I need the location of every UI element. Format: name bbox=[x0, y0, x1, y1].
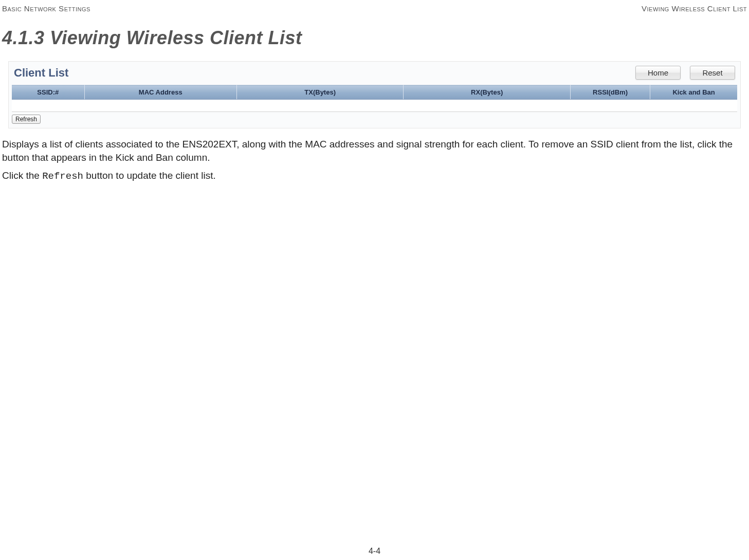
client-table-wrap: SSID:# MAC Address TX(Bytes) RX(Bytes) R… bbox=[12, 85, 737, 112]
col-header-rssi: RSSI(dBm) bbox=[570, 85, 650, 100]
panel-header: Client List Home Reset bbox=[12, 65, 737, 85]
p2-refresh-literal: Refresh bbox=[42, 171, 83, 182]
paragraph-2: Click the Refresh button to update the c… bbox=[2, 169, 747, 183]
col-header-mac: MAC Address bbox=[84, 85, 236, 100]
col-header-tx: TX(Bytes) bbox=[236, 85, 404, 100]
section-title: Viewing Wireless Client List bbox=[50, 27, 302, 48]
refresh-button[interactable]: Refresh bbox=[12, 115, 41, 124]
col-header-ssid: SSID:# bbox=[12, 85, 84, 100]
refresh-row: Refresh bbox=[12, 112, 737, 124]
page-footer: 4-4 bbox=[0, 547, 749, 556]
section-number: 4.1.3 bbox=[2, 27, 45, 48]
header-buttons: Home Reset bbox=[635, 66, 735, 80]
col-header-kick: Kick and Ban bbox=[650, 85, 737, 100]
table-header-row: SSID:# MAC Address TX(Bytes) RX(Bytes) R… bbox=[12, 85, 737, 100]
section-heading: 4.1.3 Viewing Wireless Client List bbox=[0, 14, 749, 61]
paragraph-1: Displays a list of clients associated to… bbox=[2, 138, 747, 164]
p2-part-c: button to update the client list. bbox=[83, 170, 216, 181]
client-table: SSID:# MAC Address TX(Bytes) RX(Bytes) R… bbox=[12, 85, 737, 112]
col-header-rx: RX(Bytes) bbox=[404, 85, 571, 100]
client-list-panel: Client List Home Reset SSID:# MAC Addres… bbox=[8, 61, 741, 128]
header-right: Viewing Wireless Client List bbox=[642, 4, 747, 13]
empty-cell bbox=[12, 100, 737, 112]
page-number: 4-4 bbox=[369, 547, 380, 555]
body-text: Displays a list of clients associated to… bbox=[0, 138, 749, 183]
reset-button[interactable]: Reset bbox=[690, 66, 735, 80]
header-left: Basic Network Settings bbox=[2, 4, 90, 13]
p2-part-a: Click the bbox=[2, 170, 42, 181]
home-button[interactable]: Home bbox=[635, 66, 681, 80]
client-list-title: Client List bbox=[14, 66, 68, 80]
table-empty-row bbox=[12, 100, 737, 112]
